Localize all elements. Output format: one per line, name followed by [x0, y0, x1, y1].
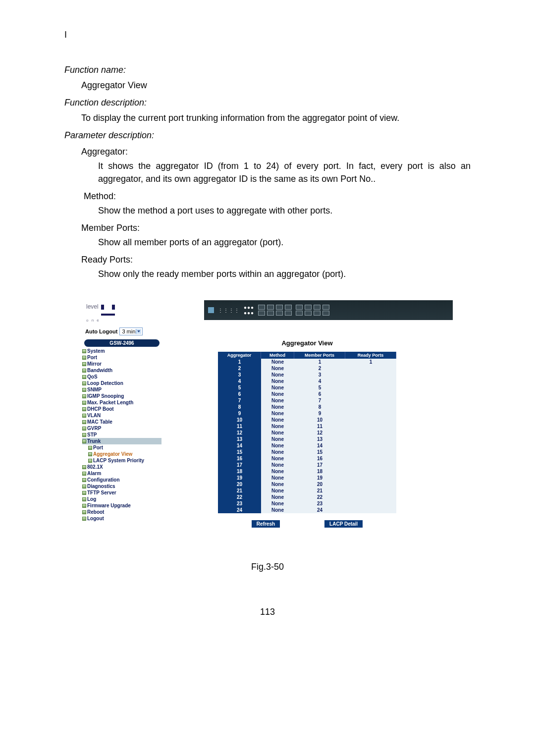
table-row[interactable]: 12None12	[218, 430, 396, 436]
sidebar-item-label: STP	[87, 432, 97, 437]
sidebar-item-label: IGMP Snooping	[87, 393, 124, 399]
table-row[interactable]: 11None11	[218, 423, 396, 430]
cell-ready-ports	[345, 449, 396, 455]
sidebar-item[interactable]: Trunk	[82, 438, 161, 444]
sidebar-item[interactable]: Logout	[82, 515, 161, 522]
sidebar-item[interactable]: Max. Packet Length	[82, 399, 161, 406]
sidebar-item[interactable]: Loop Detection	[82, 380, 161, 386]
table-row[interactable]: 17None17	[218, 462, 396, 468]
table-row[interactable]: 20None20	[218, 481, 396, 487]
cell-method: None	[261, 481, 294, 487]
sidebar-item[interactable]: QoS	[82, 374, 161, 380]
sidebar-item[interactable]: VLAN	[82, 412, 161, 419]
cell-ready-ports	[345, 404, 396, 410]
device-model-title: GSW-2496	[84, 339, 160, 347]
sidebar-item[interactable]: Aggregator View	[82, 451, 161, 457]
sidebar-item[interactable]: Firmware Upgrade	[82, 502, 161, 509]
top-marker: I	[64, 30, 471, 40]
cell-member-ports: 11	[294, 423, 345, 430]
cell-aggregator: 15	[218, 449, 261, 455]
sidebar-item[interactable]: Alarm	[82, 470, 161, 477]
table-row[interactable]: 10None10	[218, 417, 396, 423]
table-row[interactable]: 16None16	[218, 455, 396, 462]
lacp-detail-button[interactable]: LACP Detail	[324, 520, 363, 528]
nav-bullet-icon	[82, 394, 86, 398]
cell-method: None	[261, 436, 294, 442]
nav-bullet-icon	[82, 375, 86, 379]
cell-aggregator: 5	[218, 384, 261, 391]
cell-aggregator: 3	[218, 372, 261, 378]
param-method-text: Show the method a port uses to aggregate…	[98, 205, 471, 217]
cell-method: None	[261, 417, 294, 423]
cell-ready-ports	[345, 487, 396, 494]
cell-method: None	[261, 423, 294, 430]
cell-method: None	[261, 494, 294, 500]
auto-logout-value: 3 min	[122, 328, 135, 334]
sidebar-item-label: Max. Packet Length	[87, 400, 133, 405]
cell-member-ports: 18	[294, 468, 345, 475]
table-row[interactable]: 22None22	[218, 494, 396, 500]
function-name-value: Aggregator View	[81, 79, 471, 92]
sidebar-item-label: DHCP Boot	[87, 406, 114, 412]
cell-member-ports: 3	[294, 372, 345, 378]
table-row[interactable]: 7None7	[218, 397, 396, 404]
cell-member-ports: 2	[294, 365, 345, 372]
sidebar-item-label: Bandwidth	[87, 368, 112, 373]
device-icon	[208, 307, 214, 313]
cell-member-ports: 12	[294, 430, 345, 436]
cell-aggregator: 8	[218, 404, 261, 410]
sidebar-item[interactable]: Configuration	[82, 477, 161, 483]
cell-ready-ports	[345, 384, 396, 391]
table-row[interactable]: 18None18	[218, 468, 396, 475]
table-row[interactable]: 4None4	[218, 378, 396, 384]
sidebar-item[interactable]: GVRP	[82, 425, 161, 432]
table-row[interactable]: 13None13	[218, 436, 396, 442]
table-row[interactable]: 23None23	[218, 500, 396, 507]
cell-ready-ports	[345, 442, 396, 449]
table-row[interactable]: 2None2	[218, 365, 396, 372]
sidebar-item[interactable]: Bandwidth	[82, 367, 161, 374]
sidebar-item[interactable]: DHCP Boot	[82, 406, 161, 412]
table-row[interactable]: 6None6	[218, 391, 396, 397]
sidebar-item[interactable]: Reboot	[82, 509, 161, 515]
sidebar-item[interactable]: TFTP Server	[82, 489, 161, 496]
table-row[interactable]: 9None9	[218, 410, 396, 417]
sidebar-item[interactable]: Mirror	[82, 361, 161, 367]
table-row[interactable]: 24None24	[218, 507, 396, 513]
cell-aggregator: 7	[218, 397, 261, 404]
sidebar-item[interactable]: Port	[82, 444, 161, 451]
cell-aggregator: 20	[218, 481, 261, 487]
table-row[interactable]: 21None21	[218, 487, 396, 494]
table-row[interactable]: 19None19	[218, 475, 396, 481]
sidebar-item[interactable]: IGMP Snooping	[82, 393, 161, 399]
table-row[interactable]: 14None14	[218, 442, 396, 449]
table-row[interactable]: 15None15	[218, 449, 396, 455]
table-row[interactable]: 3None3	[218, 372, 396, 378]
sidebar-item[interactable]: 802.1X	[82, 464, 161, 470]
sidebar-item[interactable]: SNMP	[82, 386, 161, 393]
auto-logout-select[interactable]: 3 min	[119, 327, 143, 335]
table-row[interactable]: 8None8	[218, 404, 396, 410]
cell-ready-ports	[345, 391, 396, 397]
sidebar-item[interactable]: Log	[82, 496, 161, 502]
function-description-text: To display the current port trunking inf…	[81, 112, 471, 124]
cell-member-ports: 19	[294, 475, 345, 481]
cell-member-ports: 17	[294, 462, 345, 468]
sidebar-item[interactable]: Diagnostics	[82, 483, 161, 489]
cell-ready-ports: 1	[345, 359, 396, 365]
table-row[interactable]: 1None11	[218, 359, 396, 365]
sidebar-item-label: Port	[87, 355, 97, 360]
sidebar-item[interactable]: MAC Table	[82, 419, 161, 425]
sidebar-item[interactable]: System	[82, 348, 161, 354]
cell-method: None	[261, 462, 294, 468]
sidebar-item[interactable]: LACP System Priority	[82, 457, 161, 464]
table-row[interactable]: 5None5	[218, 384, 396, 391]
sidebar-item[interactable]: STP	[82, 432, 161, 438]
figure-caption: Fig.3-50	[64, 562, 471, 572]
cell-member-ports: 15	[294, 449, 345, 455]
refresh-button[interactable]: Refresh	[252, 520, 280, 528]
cell-method: None	[261, 384, 294, 391]
cell-aggregator: 10	[218, 417, 261, 423]
sidebar-item[interactable]: Port	[82, 354, 161, 361]
cell-member-ports: 14	[294, 442, 345, 449]
